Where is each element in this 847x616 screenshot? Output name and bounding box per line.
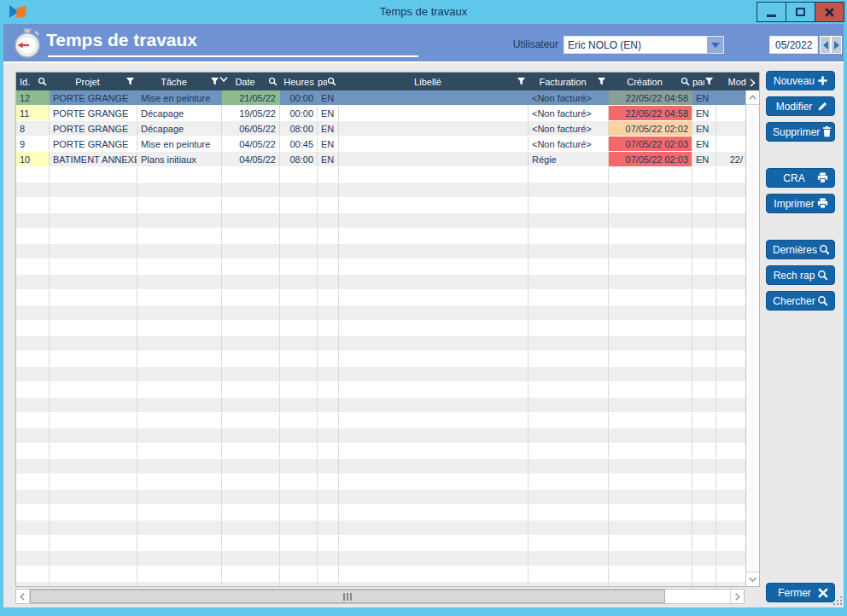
column-header-par2[interactable]: par: [692, 73, 716, 90]
table-row-empty[interactable]: [16, 459, 747, 474]
table-row-empty[interactable]: [16, 183, 747, 198]
cell-tache: [137, 428, 222, 443]
table-row[interactable]: 10BATIMENT ANNEXEPlans initiaux04/05/220…: [16, 152, 747, 167]
close-window-button[interactable]: [815, 2, 844, 22]
horizontal-scrollbar[interactable]: [15, 589, 745, 604]
imprimer-button[interactable]: Imprimer: [766, 194, 835, 213]
table-row-empty[interactable]: [16, 229, 747, 244]
cell-id: [16, 321, 50, 335]
filter-icon[interactable]: [704, 77, 714, 86]
search-icon[interactable]: [38, 77, 47, 86]
cell-id: [16, 413, 50, 427]
table-row-empty[interactable]: [16, 336, 747, 352]
period-input[interactable]: 05/2022: [769, 36, 818, 54]
vertical-scrollbar[interactable]: [745, 90, 759, 586]
table-row-empty[interactable]: [16, 305, 747, 321]
cell-facturation: [529, 474, 609, 489]
cell-facturation: Régie: [529, 152, 609, 166]
table-row-empty[interactable]: [16, 536, 747, 551]
table-row-empty[interactable]: [16, 582, 747, 586]
table-row-empty[interactable]: [16, 444, 747, 459]
user-select[interactable]: Eric NOLO (EN): [564, 36, 724, 54]
chercher-button[interactable]: Chercher: [766, 291, 835, 311]
search-icon[interactable]: [681, 77, 690, 86]
scroll-left-button[interactable]: [16, 590, 30, 603]
cell-tache: [137, 444, 222, 458]
maximize-button[interactable]: [786, 2, 815, 22]
table-row-empty[interactable]: [16, 413, 747, 428]
cell-libelle: [339, 198, 529, 212]
dernieres-button[interactable]: Dernières: [766, 240, 835, 259]
cell-tache: [137, 198, 222, 212]
cell-par: [318, 567, 339, 581]
column-header-mod[interactable]: Mod: [716, 73, 747, 90]
column-header-facturation[interactable]: Facturation: [529, 73, 609, 90]
table-row-empty[interactable]: [16, 520, 747, 536]
table-row-empty[interactable]: [16, 382, 747, 398]
modifier-button[interactable]: Modifier: [766, 96, 835, 116]
table-row-empty[interactable]: [16, 398, 747, 413]
cell-creation: [609, 520, 692, 535]
filter-icon[interactable]: [597, 77, 606, 86]
cell-mod: [716, 536, 747, 550]
table-row[interactable]: 11PORTE GRANGEDécapage19/05/2200:00EN<No…: [16, 106, 747, 121]
nouveau-button[interactable]: Nouveau: [766, 71, 835, 90]
table-row-empty[interactable]: [16, 490, 747, 505]
table-row-empty[interactable]: [16, 290, 747, 305]
cell-libelle: [339, 582, 529, 586]
scroll-right-button[interactable]: [730, 590, 744, 603]
more-columns-icon[interactable]: [747, 76, 757, 91]
period-next-button[interactable]: [831, 36, 842, 54]
user-dropdown-button[interactable]: [707, 37, 723, 53]
table-row-empty[interactable]: [16, 244, 747, 259]
table-row-empty[interactable]: [16, 321, 747, 336]
column-header-projet[interactable]: Projet: [50, 73, 137, 90]
period-prev-button[interactable]: [820, 36, 831, 54]
filter-icon[interactable]: [126, 77, 135, 86]
column-header-heures[interactable]: Heures: [280, 73, 318, 90]
table-row-empty[interactable]: [16, 551, 747, 567]
table-row-empty[interactable]: [16, 275, 747, 290]
table-row[interactable]: 9PORTE GRANGEMise en peinture04/05/2200:…: [16, 137, 747, 152]
search-icon[interactable]: [327, 77, 336, 86]
table-row-empty[interactable]: [16, 167, 747, 183]
column-label-tache: Tâche: [137, 77, 210, 87]
table-row-empty[interactable]: [16, 505, 747, 520]
cell-tache: [137, 413, 222, 427]
scroll-up-button[interactable]: [746, 90, 759, 105]
resize-grip[interactable]: [840, 603, 842, 605]
fermer-button[interactable]: Fermer: [766, 583, 835, 602]
cell-par2: [692, 382, 716, 397]
cell-mod: [716, 352, 747, 366]
table-row-empty[interactable]: [16, 474, 747, 490]
table-row-empty[interactable]: [16, 352, 747, 367]
search-icon[interactable]: [268, 77, 277, 86]
column-header-tache[interactable]: Tâche: [137, 73, 222, 90]
column-header-date[interactable]: Date: [222, 73, 280, 90]
table-row-empty[interactable]: [16, 213, 747, 229]
cell-heures: 08:00: [280, 121, 318, 136]
search-icon: [817, 295, 828, 306]
table-row[interactable]: 12PORTE GRANGEMise en peinture21/05/2200…: [16, 90, 747, 106]
scroll-down-button[interactable]: [746, 572, 759, 586]
cell-date: [222, 336, 280, 351]
table-row[interactable]: 8PORTE GRANGEDécapage06/05/2208:00EN<Non…: [16, 121, 747, 137]
table-row-empty[interactable]: [16, 367, 747, 382]
column-header-creation[interactable]: Création: [609, 73, 692, 90]
column-header-par[interactable]: par: [318, 73, 339, 90]
action-button-group: DernièresRech rapChercher: [766, 240, 835, 311]
cra-button[interactable]: CRA: [766, 168, 835, 188]
column-header-id[interactable]: Id.: [16, 73, 50, 90]
column-header-libelle[interactable]: Libellé: [339, 73, 529, 90]
table-row-empty[interactable]: [16, 198, 747, 213]
table-row-empty[interactable]: [16, 567, 747, 582]
filter-icon[interactable]: [517, 77, 526, 86]
cell-mod: [716, 413, 747, 427]
cell-creation: [609, 428, 692, 443]
table-row-empty[interactable]: [16, 259, 747, 275]
scrollbar-thumb[interactable]: [30, 590, 665, 603]
minimize-button[interactable]: [756, 2, 786, 22]
supprimer-button[interactable]: Supprimer: [766, 122, 835, 142]
rechrap-button[interactable]: Rech rap: [766, 265, 835, 285]
table-row-empty[interactable]: [16, 428, 747, 444]
